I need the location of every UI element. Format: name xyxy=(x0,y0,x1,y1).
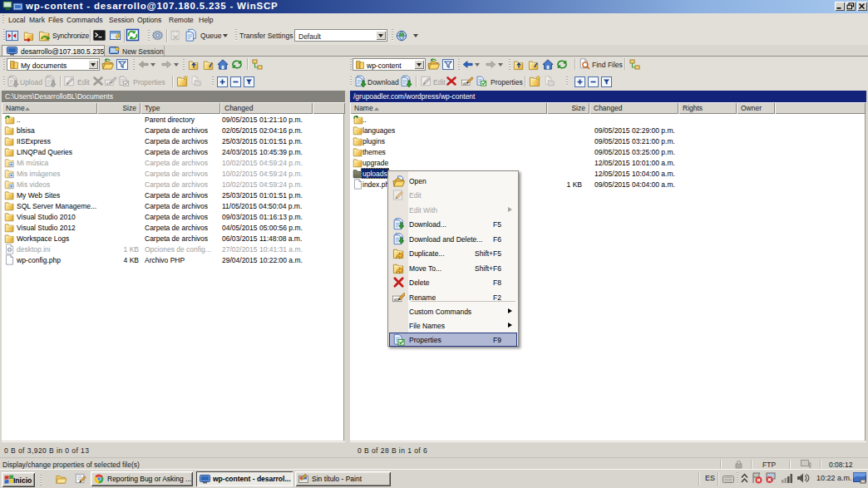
svg-text:ab: ab xyxy=(393,297,398,302)
